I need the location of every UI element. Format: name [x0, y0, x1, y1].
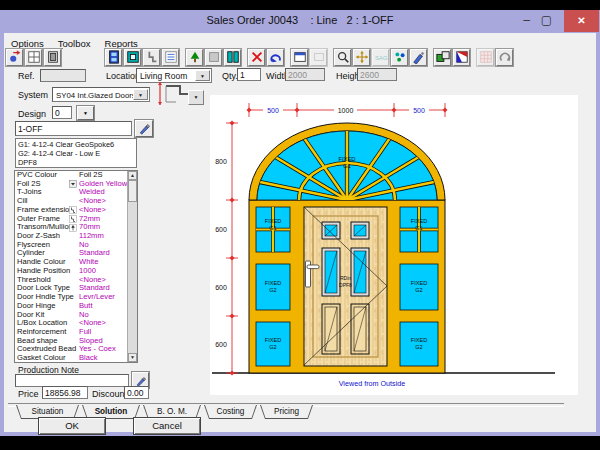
cancel-button[interactable]: Cancel: [133, 417, 201, 435]
toolbar-button-sag-icon: SAG: [372, 49, 389, 66]
title-bar[interactable]: Sales Order J0043 : Line 2 : 1-OFF – ▢ ✕: [0, 10, 600, 33]
toolbar-button-transfer-icon[interactable]: [6, 49, 23, 66]
dim-height-row3: 600: [215, 341, 227, 348]
svg-text:SAG: SAG: [374, 54, 387, 61]
description-line: DPF8: [18, 158, 134, 167]
discount-field[interactable]: [124, 386, 149, 399]
door-style-label-line2: DPF8: [339, 282, 352, 288]
toolbar-button-window-small-icon: [310, 49, 327, 66]
undo-icon: [269, 50, 283, 64]
toolbar-button-brush-icon[interactable]: [410, 49, 427, 66]
maximize-button[interactable]: ▢: [541, 13, 552, 27]
toolbar-button-door-icon[interactable]: [44, 49, 61, 66]
chevron-down-icon[interactable]: ▼: [133, 89, 148, 100]
svg-text:G1: G1: [415, 225, 422, 231]
scroll-up-icon[interactable]: ▲: [128, 171, 137, 180]
toolbar-button-paint-icon[interactable]: [453, 49, 470, 66]
svg-text:FIXED: FIXED: [265, 337, 281, 343]
toolbar-button-undo-icon[interactable]: [267, 49, 284, 66]
double-door-icon: [226, 50, 240, 64]
property-value: Black: [79, 354, 98, 363]
profile-icon: [145, 50, 159, 64]
qty-field[interactable]: [237, 68, 261, 81]
glazed-door-icon: [107, 50, 121, 64]
price-field[interactable]: [42, 386, 88, 399]
toolbar-button-grid-red-icon: [477, 49, 494, 66]
toolbar-button-delete-icon[interactable]: [248, 49, 265, 66]
toolbar-button-frames-icon[interactable]: [434, 49, 451, 66]
window-border-right: [596, 33, 600, 436]
close-button[interactable]: ✕: [564, 10, 599, 32]
toolbar-button-frame-icon[interactable]: [124, 49, 141, 66]
toolbar-group: [246, 48, 284, 68]
toolbar-button-rotate-icon[interactable]: [496, 49, 513, 66]
dim-width-right: 500: [413, 107, 425, 114]
svg-text:FIXED: FIXED: [411, 337, 427, 343]
brush-icon: [412, 50, 426, 64]
screen: Sales Order J0043 : Line 2 : 1-OFF – ▢ ✕…: [0, 0, 600, 450]
toolbar-button-tree-icon[interactable]: [186, 49, 203, 66]
toolbar-button-profile-icon[interactable]: [143, 49, 160, 66]
tab-costing[interactable]: Costing: [204, 405, 257, 419]
property-row[interactable]: Gasket ColourBlack: [15, 354, 127, 363]
svg-text:FIXED: FIXED: [265, 218, 281, 224]
sales-order-window: Sales Order J0043 : Line 2 : 1-OFF – ▢ ✕…: [0, 10, 600, 436]
glazing-description[interactable]: G1: 4-12-4 Clear GeoSpoke6 G2: 4-12-4 Cl…: [15, 138, 137, 168]
svg-text:G2: G2: [269, 287, 276, 293]
toolbar: SAG: [4, 48, 596, 68]
menu-bar: OptionsToolboxReports: [4, 33, 596, 48]
scrollbar-thumb[interactable]: [128, 180, 137, 202]
design-field[interactable]: [52, 106, 72, 119]
zoom-icon: [336, 50, 350, 64]
toolbar-group: [475, 48, 513, 68]
toolbar-button-window-icon[interactable]: [291, 49, 308, 66]
ok-button[interactable]: OK: [38, 417, 106, 435]
toolbar-group: [289, 48, 327, 68]
door-style-label-line1: RDin: [340, 275, 351, 281]
ref-label: Ref.: [18, 71, 35, 81]
toolbar-button-list-icon[interactable]: [162, 49, 179, 66]
window-border-left: [0, 33, 4, 436]
property-list-scrollbar[interactable]: ▲ ▼: [127, 171, 137, 362]
toolbar-button-zoom-icon[interactable]: [334, 49, 351, 66]
style-field[interactable]: [15, 121, 132, 136]
tree-icon: [188, 50, 202, 64]
dim-height-row2: 600: [215, 284, 227, 291]
design-drawing-canvas[interactable]: 500 1000 500 800 600 600 600: [210, 95, 578, 395]
toolbar-group: [184, 48, 241, 68]
toolbar-button-grid-icon[interactable]: [25, 49, 42, 66]
window-title: Sales Order J0043 : Line 2 : 1-OFF: [0, 14, 600, 26]
location-label: Location: [106, 71, 140, 81]
property-row[interactable]: T-JoinsWelded: [15, 188, 127, 197]
dim-width-left: 500: [267, 107, 279, 114]
edit-style-button[interactable]: [135, 120, 153, 137]
toolbar-button-blank-icon[interactable]: [205, 49, 222, 66]
toolbar-button-glazed-door-icon[interactable]: [105, 49, 122, 66]
toolbar-button-pan-icon[interactable]: [353, 49, 370, 66]
profile-dropdown-icon[interactable]: ▼: [188, 90, 204, 105]
frame-icon: [126, 50, 140, 64]
toolbar-group: [432, 48, 470, 68]
system-label: System: [18, 90, 48, 100]
system-value: SY04 Int.Glazed Doors: [56, 91, 136, 100]
dim-height-row1: 600: [215, 226, 227, 233]
svg-text:FIXED: FIXED: [411, 280, 427, 286]
minimize-button[interactable]: –: [523, 13, 530, 27]
frames-icon: [436, 50, 450, 64]
rotate-icon: [498, 50, 512, 64]
toolbar-button-dots-icon[interactable]: [391, 49, 408, 66]
options-property-list[interactable]: PVC ColourFoil 2SFoil 2SGolden YellowT-J…: [14, 170, 138, 363]
dim-height-arch: 800: [215, 158, 227, 165]
left-dimension: [226, 123, 238, 373]
design-dropdown-button[interactable]: ▼: [77, 106, 94, 120]
arch-panel-id: G1: [343, 163, 351, 169]
property-rows: PVC ColourFoil 2SFoil 2SGolden YellowT-J…: [15, 171, 127, 362]
grid-red-icon: [479, 50, 493, 64]
system-select[interactable]: SY04 Int.Glazed Doors ▼: [52, 87, 150, 102]
transfer-icon: [8, 50, 22, 64]
pen-icon: [138, 123, 150, 135]
tab-pricing[interactable]: Pricing: [260, 405, 313, 419]
toolbar-button-double-door-icon[interactable]: [224, 49, 241, 66]
delete-icon: [250, 50, 264, 64]
scroll-down-icon[interactable]: ▼: [128, 353, 137, 362]
